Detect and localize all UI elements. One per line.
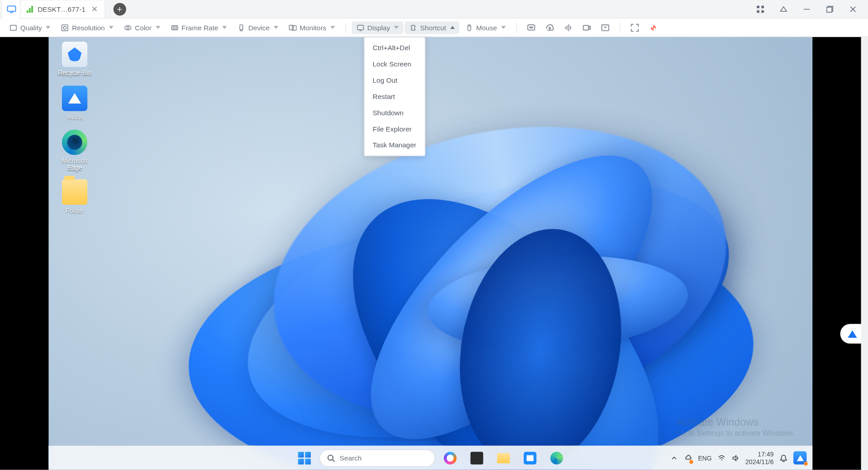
new-tab-button[interactable]: ＋ [113,3,126,15]
shortcut-label: Shortcut [420,24,446,32]
shortcut-menu[interactable]: Shortcut [405,21,459,34]
vertical-scroll-gutter[interactable] [861,37,868,470]
window-controls [749,0,864,19]
mouse-label: Mouse [476,24,497,32]
svg-rect-4 [757,10,760,13]
volume-icon[interactable] [731,454,740,462]
up-triangle-button[interactable] [772,0,795,18]
svg-rect-24 [357,25,363,29]
wifi-icon[interactable] [717,454,726,462]
window-restore-button[interactable] [818,0,841,18]
avica-icon [62,85,87,111]
letterbox-right [812,37,861,470]
clock-date: 2024/11/6 [745,458,774,465]
chevron-down-icon [46,26,51,29]
dd-ctrl-alt-del[interactable]: Ctrl+Alt+Del [364,40,425,56]
remote-taskbar: Search ENG 17: [49,446,813,470]
title-bar: DESKT…677-1 ✕ ＋ [0,0,868,19]
upload-button[interactable] [541,19,558,36]
separator [345,22,346,33]
icon-label: Avica [52,113,96,120]
activation-watermark: Activate Windows Go to Settings to activ… [676,417,795,437]
close-tab-icon[interactable]: ✕ [90,4,99,14]
svg-point-31 [532,27,533,28]
edge-icon [62,130,87,155]
desktop-icon-edge[interactable]: Microsoft Edge [52,130,96,171]
device-menu[interactable]: Device [233,21,283,34]
display-menu[interactable]: Display [352,21,403,34]
notifications-icon[interactable] [779,454,788,462]
app-monitor-icon [2,0,21,18]
chevron-up-icon [450,26,455,29]
tab-title: DESKT…677-1 [38,5,85,13]
quality-menu[interactable]: Quality [5,21,55,34]
tray-cloud-icon[interactable] [684,453,692,462]
svg-line-39 [333,459,335,461]
dd-restart[interactable]: Restart [364,89,425,105]
desktop-icon-avica[interactable]: Avica [52,85,96,120]
taskbar-store[interactable] [519,446,542,470]
svg-rect-5 [761,10,764,13]
taskbar-edge[interactable] [545,446,568,470]
remote-desktop[interactable]: Recycle Bin Avica Microsoft Edge Folder … [49,37,813,470]
monitors-label: Monitors [300,24,326,32]
resolution-label: Resolution [72,24,105,32]
taskbar-file-explorer[interactable] [492,446,515,470]
monitors-menu[interactable]: Monitors [284,21,340,34]
dd-lock-screen[interactable]: Lock Screen [364,56,425,72]
search-icon [327,454,335,462]
watermark-title: Activate Windows [676,417,795,429]
chevron-down-icon [501,26,505,29]
frame-rate-label: Frame Rate [182,24,218,32]
tray-language[interactable]: ENG [698,454,712,461]
app-icon [471,451,483,464]
letterbox-left [0,37,49,470]
window-close-button[interactable] [841,0,864,18]
svg-rect-36 [583,25,589,30]
taskbar-center: Search [293,446,568,470]
dd-shutdown[interactable]: Shutdown [364,105,425,121]
wallpaper-bloom [49,37,813,470]
dd-file-explorer[interactable]: File Explorer [364,121,425,137]
recycle-bin-icon [62,42,87,67]
svg-rect-11 [10,25,16,30]
dd-log-out[interactable]: Log Out [364,72,425,89]
panel-grid-button[interactable] [749,0,772,18]
icon-label: Recycle Bin [52,70,96,76]
device-label: Device [248,24,269,32]
chevron-down-icon [156,26,160,29]
svg-rect-0 [7,6,15,11]
chevron-down-icon [274,26,278,29]
color-menu[interactable]: Color [119,21,165,34]
toolbar: Quality Resolution Color Frame Rate Devi… [0,19,868,37]
fullscreen-button[interactable] [626,19,643,36]
display-label: Display [368,24,390,32]
tray-clock[interactable]: 17:49 2024/11/6 [745,451,774,465]
tray-avica-icon[interactable] [793,451,807,464]
desktop-icon-recycle-bin[interactable]: Recycle Bin [52,42,96,76]
taskbar-search[interactable]: Search [320,449,435,466]
window-minimize-button[interactable] [795,0,818,18]
taskbar-copilot[interactable] [439,446,462,470]
chat-button[interactable] [523,19,540,36]
remote-viewport: Recycle Bin Avica Microsoft Edge Folder … [0,37,861,470]
desktop-icon-folder[interactable]: Folder [52,179,96,214]
audio-button[interactable] [560,19,577,36]
screenshot-button[interactable] [597,19,614,36]
disconnect-button[interactable] [645,19,662,36]
chevron-down-icon [222,26,227,29]
signal-icon [27,5,33,12]
session-tab[interactable]: DESKT…677-1 ✕ [21,0,105,18]
dd-task-manager[interactable]: Task Manager [364,137,425,153]
frame-rate-menu[interactable]: Frame Rate [166,21,231,34]
separator [620,22,620,33]
mouse-menu[interactable]: Mouse [461,21,510,34]
svg-rect-3 [761,6,764,9]
resolution-menu[interactable]: Resolution [57,21,118,34]
taskbar-app-dark[interactable] [465,446,488,470]
chevron-down-icon [109,26,113,29]
chevron-down-icon [394,26,399,29]
start-button[interactable] [293,446,316,470]
record-button[interactable] [578,19,595,36]
tray-chevron-up-icon[interactable] [670,454,679,462]
